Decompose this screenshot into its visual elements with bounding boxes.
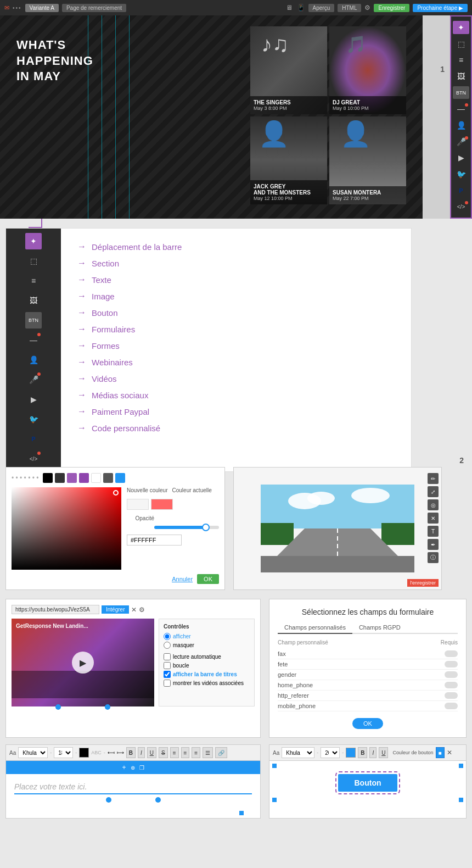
form-ok-button[interactable]: OK: [352, 718, 383, 729]
tab-rgpd[interactable]: Champs RGPD: [352, 622, 407, 634]
img-tool-draw[interactable]: ✒: [428, 539, 439, 550]
sidebar-paypal-icon[interactable]: P: [453, 184, 469, 197]
btn-bold-button[interactable]: B: [358, 747, 367, 758]
text-handle-right[interactable]: [155, 797, 161, 803]
html-button[interactable]: HTML: [338, 4, 361, 12]
road-image-container[interactable]: [261, 485, 414, 572]
mobile-icon[interactable]: 📱: [297, 4, 305, 12]
page-tab[interactable]: Page de remerciement: [62, 4, 126, 12]
text-handle-left[interactable]: [106, 797, 111, 803]
size-select[interactable]: 18: [54, 747, 73, 758]
strikethrough-button[interactable]: S: [159, 747, 168, 758]
save-button[interactable]: Enregistrer: [374, 4, 409, 12]
bold-button[interactable]: B: [126, 747, 136, 758]
exp-social-icon[interactable]: 🐦: [25, 411, 42, 427]
text-color-swatch[interactable]: [79, 748, 89, 758]
text-placeholder[interactable]: Placez votre texte ici.: [14, 782, 252, 794]
variant-tab[interactable]: Variante A: [25, 4, 59, 12]
toggle-mobile-phone[interactable]: [445, 703, 458, 709]
gear-icon[interactable]: ⚙: [364, 4, 370, 12]
img-tool-crop[interactable]: ⤢: [428, 486, 439, 497]
menu-item-deplacer[interactable]: → Déplacement de la barre: [77, 240, 395, 254]
btn-underline-button[interactable]: U: [379, 747, 388, 758]
sidebar-video-icon[interactable]: ▶: [453, 151, 469, 164]
menu-item-medias[interactable]: → Médias sociaux: [77, 388, 395, 402]
video-gear-icon[interactable]: ⚙: [139, 606, 145, 614]
exp-text-icon[interactable]: ≡: [25, 272, 42, 289]
toggle-home-phone[interactable]: [445, 682, 458, 688]
text-duplicate-icon[interactable]: ❐: [139, 765, 144, 771]
video-handle-right[interactable]: [105, 704, 110, 710]
sidebar-webinar-icon[interactable]: 🎤: [453, 135, 469, 148]
event-card-1[interactable]: ♪♫ THE SINGERS May 3 8:00 PM: [250, 26, 327, 114]
align-left-button[interactable]: ≡: [170, 747, 179, 758]
swatch-blue[interactable]: [115, 473, 125, 483]
opacity-thumb[interactable]: [202, 524, 210, 531]
event-card-3[interactable]: 👤 JACK GREYAND THE MONSTERS May 12 10:00…: [250, 116, 327, 204]
video-play-button[interactable]: ▶: [72, 652, 94, 674]
swatch-darkgray[interactable]: [55, 473, 65, 483]
sidebar-text-icon[interactable]: ≡: [453, 53, 469, 66]
desktop-icon[interactable]: 🖥: [286, 4, 293, 12]
enregistrer-badge[interactable]: l'enregistrer: [407, 579, 439, 587]
swatch-gray[interactable]: [103, 473, 113, 483]
corner-handle-tr[interactable]: [459, 764, 463, 768]
color-gradient[interactable]: [12, 487, 121, 570]
exp-paypal-icon[interactable]: P: [25, 431, 42, 447]
checkbox-barre[interactable]: afficher la barre de titres: [164, 671, 250, 678]
sidebar-button-icon[interactable]: BTN: [453, 86, 469, 99]
menu-item-videos[interactable]: → Vidéos: [77, 371, 395, 386]
exp-code-icon[interactable]: </>: [25, 450, 42, 467]
menu-item-section[interactable]: → Section: [77, 256, 395, 270]
btn-color-swatch[interactable]: [346, 748, 356, 758]
sidebar-social-icon[interactable]: 🐦: [453, 168, 469, 181]
exp-form-icon[interactable]: —: [25, 332, 42, 348]
video-handle-left[interactable]: [55, 704, 61, 710]
sidebar-section-icon[interactable]: ⬚: [453, 37, 469, 51]
exp-section-icon[interactable]: ⬚: [25, 253, 42, 269]
event-card-4[interactable]: 👤 SUSAN MONTERA May 22 7:00 PM: [329, 116, 406, 204]
next-step-button[interactable]: Prochaine étape ▶: [413, 4, 468, 12]
img-tool-edit[interactable]: ✏: [428, 473, 439, 484]
italic-button[interactable]: I: [138, 747, 145, 758]
toggle-fax[interactable]: [445, 650, 458, 657]
corner-handle-bl[interactable]: [272, 798, 277, 802]
event-card-2[interactable]: 🎵 DJ GREAT May 8 10:00 PM: [329, 26, 406, 114]
color-cursor[interactable]: [113, 490, 119, 496]
menu-item-webinaires[interactable]: → Webinaires: [77, 355, 395, 369]
exp-tools-icon[interactable]: ✦: [25, 233, 42, 249]
align-right-button[interactable]: ≡: [192, 747, 200, 758]
exp-button-icon[interactable]: BTN: [25, 312, 42, 329]
menu-dots[interactable]: •••: [13, 5, 22, 11]
link-button[interactable]: 🔗: [215, 747, 227, 758]
hex-input[interactable]: [127, 535, 182, 546]
exp-shape-icon[interactable]: 👤: [25, 352, 42, 368]
text-plus-icon[interactable]: +: [122, 764, 126, 771]
checkbox-boucle-input[interactable]: [164, 662, 171, 669]
video-close-button[interactable]: ✕: [131, 606, 137, 614]
btn-font-select[interactable]: Khula: [282, 747, 314, 758]
swatch-purple[interactable]: [67, 473, 77, 483]
preview-button[interactable]: Bouton: [338, 774, 398, 792]
text-move-icon[interactable]: ⊕: [131, 765, 135, 771]
menu-item-formulaires[interactable]: → Formulaires: [77, 322, 395, 336]
sidebar-shape-icon[interactable]: 👤: [453, 119, 469, 132]
img-tool-filter[interactable]: ◎: [428, 499, 439, 510]
menu-item-code[interactable]: → Code personnalisé: [77, 421, 395, 435]
toggle-http-referer[interactable]: [445, 692, 458, 699]
sidebar-tools-icon[interactable]: ✦: [453, 21, 469, 34]
sidebar-form-icon[interactable]: —: [453, 102, 469, 115]
video-thumbnail[interactable]: GetResponse New Landin... ▶: [12, 619, 154, 706]
btn-color-button[interactable]: ■: [436, 747, 445, 758]
corner-handle-tl[interactable]: [272, 764, 277, 768]
checkbox-barre-input[interactable]: [164, 671, 171, 678]
corner-handle-br[interactable]: [459, 798, 463, 802]
radio-masquer-input[interactable]: [164, 642, 171, 649]
ok-button[interactable]: OK: [197, 574, 219, 584]
radio-masquer[interactable]: masquer: [164, 642, 250, 649]
sidebar-image-icon[interactable]: 🖼: [453, 70, 469, 83]
menu-item-formes[interactable]: → Formes: [77, 338, 395, 353]
text-canvas[interactable]: Placez votre texte ici.: [6, 774, 260, 818]
list-button[interactable]: ☰: [203, 747, 213, 758]
video-url-input[interactable]: [12, 605, 99, 614]
